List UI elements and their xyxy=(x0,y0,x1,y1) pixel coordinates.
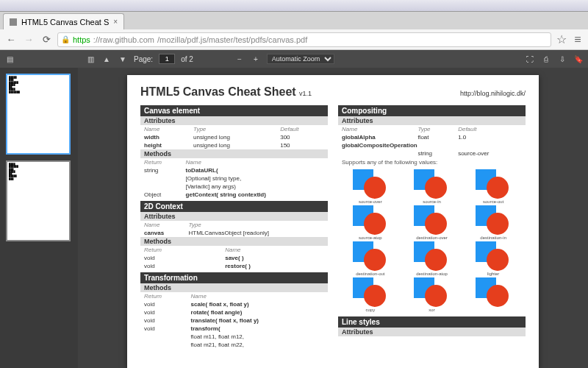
composite- xyxy=(463,277,523,312)
composite-lighter: lighter xyxy=(463,241,523,276)
composite-destination-atop: destination-atop xyxy=(402,241,462,276)
address-bar: ← → ⟳ 🔒 https ://raw.github.com /mozilla… xyxy=(0,29,588,50)
print-icon[interactable]: ⎙ xyxy=(541,54,551,64)
composite-source-out: source-out xyxy=(463,169,523,204)
browser-tab[interactable]: HTML5 Canvas Cheat S × xyxy=(3,13,124,29)
url-host: ://raw.github.com xyxy=(93,35,154,44)
right-column: Compositing Attributes NameTypeDefaultgl… xyxy=(338,103,526,349)
bookmark-icon[interactable]: ☆ xyxy=(556,34,567,46)
forward-button[interactable]: → xyxy=(22,33,35,46)
tab-favicon xyxy=(10,18,17,26)
download-icon[interactable]: ⇩ xyxy=(557,54,567,64)
page-url: http://blog.nihilogic.dk/ xyxy=(460,90,526,97)
composite-destination-out: destination-out xyxy=(340,241,401,276)
outline-icon[interactable]: ▥ xyxy=(85,54,96,64)
sidebar-toggle-icon[interactable]: ▤ xyxy=(4,54,15,64)
reload-button[interactable]: ⟳ xyxy=(40,33,53,46)
window-titlebar xyxy=(0,0,588,12)
lock-icon: 🔒 xyxy=(61,35,70,43)
page-down-icon[interactable]: ▼ xyxy=(118,54,128,64)
page-title: HTML5 Canvas Cheat Sheet v1.1 xyxy=(140,85,312,99)
url-input[interactable]: 🔒 https ://raw.github.com /mozilla/pdf.j… xyxy=(57,32,551,47)
composite-destination-over: destination-over xyxy=(402,205,462,240)
canvas-attrs-table: NameTypeDefaultwidthunsigned long300heig… xyxy=(140,125,328,149)
zoom-out-icon[interactable]: − xyxy=(234,54,245,64)
close-icon[interactable]: × xyxy=(113,18,118,26)
pdf-content: ███████████████████████████████ ████████… xyxy=(0,68,588,368)
page-label: Page: xyxy=(134,55,153,63)
pdf-toolbar: ▤ ▥ ▲ ▼ Page: of 2 − + Automatic Zoom ⛶ … xyxy=(0,50,588,68)
tab-strip: HTML5 Canvas Cheat S × xyxy=(0,12,588,29)
composite-grid: source-oversource-insource-outsource-ato… xyxy=(338,167,526,314)
left-column: Canvas element Attributes NameTypeDefaul… xyxy=(140,103,328,349)
back-button[interactable]: ← xyxy=(4,33,18,46)
zoom-select[interactable]: Automatic Zoom xyxy=(267,54,334,64)
composite-source-over: source-over xyxy=(340,169,401,204)
composite-source-atop: source-atop xyxy=(340,205,401,240)
composite-destination-in: destination-in xyxy=(463,205,523,240)
pdf-page: HTML5 Canvas Cheat Sheet v1.1 http://blo… xyxy=(127,75,539,368)
page-input[interactable] xyxy=(159,54,175,64)
url-path: /mozilla/pdf.js/master/test/pdfs/canvas.… xyxy=(157,35,307,44)
thumbnail-panel: ███████████████████████████████ ████████… xyxy=(0,68,78,368)
thumbnail-2[interactable]: ███████████████████████████ xyxy=(6,160,71,241)
tab-title: HTML5 Canvas Cheat S xyxy=(21,18,109,26)
menu-icon[interactable]: ≡ xyxy=(572,34,584,46)
page-of: of 2 xyxy=(181,55,193,63)
presentation-icon[interactable]: ⛶ xyxy=(525,54,535,64)
thumbnail-1[interactable]: ███████████████████████████████ xyxy=(6,74,71,155)
composite-source-in: source-in xyxy=(402,169,462,204)
bookmark-pdf-icon[interactable]: 🔖 xyxy=(573,54,584,64)
composite-copy: copy xyxy=(340,277,401,312)
section-canvas-element: Canvas element xyxy=(140,105,328,116)
zoom-in-icon[interactable]: + xyxy=(251,54,261,64)
url-scheme: https xyxy=(73,35,90,44)
page-up-icon[interactable]: ▲ xyxy=(101,54,112,64)
pdf-viewer[interactable]: HTML5 Canvas Cheat Sheet v1.1 http://blo… xyxy=(78,68,588,368)
composite-xor: xor xyxy=(402,277,462,312)
